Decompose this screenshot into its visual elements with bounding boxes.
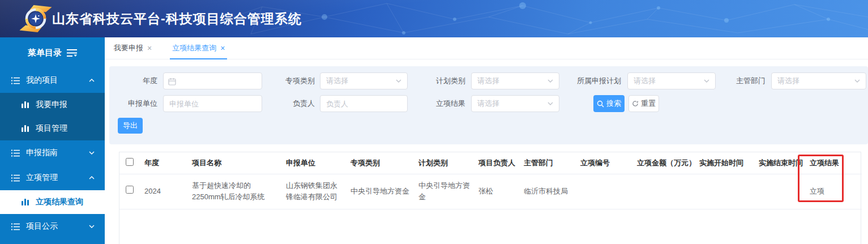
select-all-checkbox[interactable] [126, 158, 134, 166]
sidebar-item-project-mgmt[interactable]: 项目管理 [0, 117, 105, 140]
close-icon[interactable]: × [147, 44, 152, 52]
reset-button[interactable]: 重置 [628, 95, 659, 112]
select-placeholder: 请选择 [634, 76, 656, 86]
calendar-icon [168, 78, 176, 85]
sidebar-item-label: 立项结果查询 [36, 197, 83, 207]
platform-logo-icon [19, 5, 52, 33]
bar-chart-icon [22, 101, 29, 108]
chevron-down-icon [89, 151, 95, 155]
refresh-icon [632, 100, 639, 107]
tab-label: 我要申报 [114, 43, 143, 53]
tab-bar: 我要申报 × 立项结果查询 × [105, 37, 868, 59]
special-category-select[interactable]: 请选择 [320, 72, 408, 89]
bar-chart-icon [22, 125, 29, 132]
chevron-down-icon [854, 79, 860, 83]
tab-approval-query[interactable]: 立项结果查询 × [170, 37, 227, 59]
col-header-result: 立项结果 [805, 152, 862, 174]
bar-chart-icon [22, 199, 29, 206]
dept-label: 主管部门 [698, 72, 766, 89]
col-header-start: 实施开始时间 [695, 152, 754, 174]
select-placeholder: 请选择 [477, 99, 499, 109]
search-button[interactable]: 搜索 [593, 95, 625, 112]
plan-category-label: 计划类别 [397, 72, 465, 89]
app-title: 山东省科技云平台-科技项目综合管理系统 [52, 0, 302, 37]
col-header-leader: 项目负责人 [474, 152, 519, 174]
dept-select[interactable]: 请选择 [771, 72, 866, 89]
special-category-label: 专项类别 [247, 72, 315, 89]
leader-field-box [320, 95, 408, 112]
cell-start [695, 174, 754, 209]
table-header-row: 年度 项目名称 申报单位 专项类别 计划类别 项目负责人 主管部门 立项编号 立… [119, 152, 862, 174]
my-projects-submenu: 我要申报 项目管理 [0, 93, 105, 140]
sidebar-item-label: 项目公示 [26, 221, 89, 232]
col-header-amount: 立项金额（万元） [632, 152, 695, 174]
cell-result: 立项 [805, 174, 862, 209]
chevron-down-icon [89, 225, 95, 228]
year-label: 年度 [109, 72, 157, 89]
cell-plan: 中央引导地方资金 [414, 174, 474, 209]
sidebar-item-label: 立项管理 [26, 173, 89, 183]
row-checkbox[interactable] [126, 186, 134, 194]
col-header-special: 专项类别 [346, 152, 414, 174]
col-header-number: 立项编号 [576, 152, 632, 174]
sidebar-item-my-projects[interactable]: 我的项目 [0, 68, 105, 93]
results-table-card: 年度 项目名称 申报单位 专项类别 计划类别 项目负责人 主管部门 立项编号 立… [119, 152, 861, 244]
chevron-up-icon [89, 79, 95, 82]
cell-project-name: 基于超快速冷却的2250mm轧后冷却系统 [187, 174, 281, 209]
col-header-end: 实施结束时间 [754, 152, 805, 174]
sidebar-item-guide[interactable]: 申报指南 [0, 140, 105, 165]
cell-year: 2024 [140, 174, 187, 209]
sidebar-item-label: 项目管理 [36, 123, 67, 134]
search-icon [597, 100, 604, 108]
sidebar-item-apply[interactable]: 我要申报 [0, 93, 105, 117]
export-button-label: 导出 [123, 121, 138, 131]
menu-directory-label: 菜单目录 [28, 48, 62, 58]
col-header-plan: 计划类别 [414, 152, 474, 174]
tab-label: 立项结果查询 [172, 43, 216, 53]
list-icon [11, 174, 20, 182]
row-select-cell [119, 174, 140, 209]
leader-input[interactable] [320, 96, 407, 112]
constellation-decoration [217, 0, 868, 37]
chevron-up-icon [89, 176, 95, 179]
belong-plan-label: 所属申报计划 [542, 72, 621, 89]
col-header-project-name: 项目名称 [187, 152, 281, 174]
cell-number [576, 174, 632, 209]
main-content: 我要申报 × 立项结果查询 × 年度 专项类别 请选择 计划类别 请选择 [105, 37, 868, 244]
select-all-cell [119, 152, 140, 174]
sidebar-item-publicity[interactable]: 项目公示 [0, 214, 105, 239]
result-select[interactable]: 请选择 [471, 95, 559, 112]
export-button[interactable]: 导出 [118, 118, 143, 134]
cell-leader: 张松 [474, 174, 519, 209]
sidebar-item-label: 申报指南 [26, 148, 89, 158]
select-placeholder: 请选择 [326, 76, 348, 86]
close-icon[interactable]: × [220, 44, 225, 52]
leader-label: 负责人 [247, 95, 315, 112]
select-placeholder: 请选择 [477, 76, 499, 86]
menu-directory-toggle[interactable]: 菜单目录 [0, 37, 105, 68]
list-icon [11, 77, 20, 84]
cell-dept: 临沂市科技局 [519, 174, 576, 209]
collapse-menu-icon [67, 49, 77, 57]
cell-end [754, 174, 805, 209]
search-button-label: 搜索 [606, 99, 621, 109]
list-icon [11, 223, 20, 230]
select-placeholder: 请选择 [777, 76, 799, 86]
col-header-unit: 申报单位 [281, 152, 346, 174]
table-row: 2024 基于超快速冷却的2250mm轧后冷却系统 山东钢铁集团永锋临港有限公司… [119, 174, 862, 209]
col-header-year: 年度 [140, 152, 187, 174]
unit-label: 申报单位 [109, 95, 157, 112]
sidebar-item-label: 我要申报 [36, 100, 67, 110]
cell-unit: 山东钢铁集团永锋临港有限公司 [281, 174, 346, 209]
sidebar-item-approval-query[interactable]: 立项结果查询 [0, 190, 105, 214]
col-header-dept: 主管部门 [519, 152, 576, 174]
list-icon [11, 149, 20, 157]
sidebar-item-label: 我的项目 [26, 75, 89, 85]
chevron-down-icon [548, 102, 553, 105]
app-header: 山东省科技云平台-科技项目综合管理系统 [0, 0, 868, 37]
results-table: 年度 项目名称 申报单位 专项类别 计划类别 项目负责人 主管部门 立项编号 立… [119, 152, 862, 209]
reset-button-label: 重置 [641, 99, 656, 109]
tab-apply[interactable]: 我要申报 × [112, 37, 154, 59]
cell-amount [632, 174, 695, 209]
sidebar-item-approval-mgmt[interactable]: 立项管理 [0, 165, 105, 190]
